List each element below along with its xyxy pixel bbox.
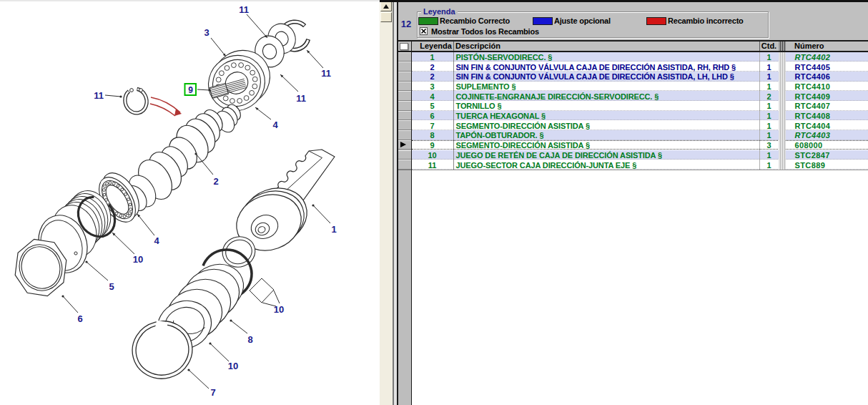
svg-text:10: 10 [228, 361, 238, 371]
svg-text:3: 3 [204, 27, 209, 38]
svg-text:6: 6 [77, 313, 82, 324]
svg-text:9: 9 [188, 85, 193, 95]
svg-text:11: 11 [296, 93, 306, 104]
svg-text:4: 4 [272, 119, 278, 130]
svg-text:5: 5 [109, 281, 114, 292]
svg-text:4: 4 [154, 235, 159, 246]
svg-text:11: 11 [94, 90, 104, 101]
svg-text:7: 7 [210, 387, 215, 398]
svg-text:11: 11 [321, 68, 331, 79]
svg-text:1: 1 [331, 224, 336, 235]
svg-text:2: 2 [213, 176, 218, 187]
svg-text:10: 10 [133, 254, 143, 265]
svg-text:8: 8 [247, 334, 252, 345]
svg-text:11: 11 [239, 4, 249, 15]
svg-text:10: 10 [274, 304, 284, 315]
